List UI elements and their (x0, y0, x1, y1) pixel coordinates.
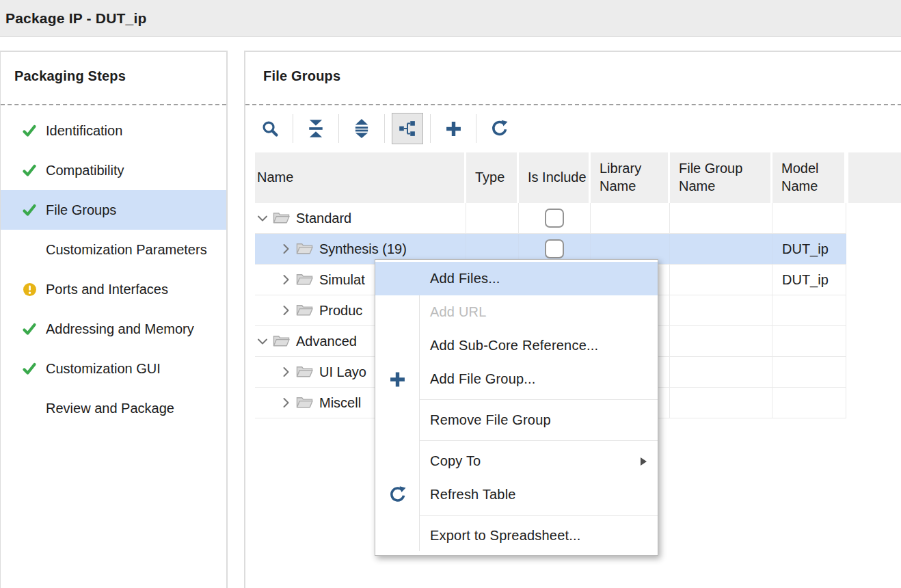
refresh-icon (490, 120, 509, 138)
chevron-right-icon[interactable] (280, 397, 292, 408)
table-row-standard[interactable]: Standard (255, 203, 846, 234)
column-header-file-group-name[interactable]: File Group Name (670, 152, 770, 203)
file-group-name-label: Synthesis (19) (319, 241, 407, 257)
chevron-right-icon[interactable] (280, 305, 292, 316)
menu-item-copy-to[interactable]: Copy To (375, 444, 658, 478)
folder-icon (273, 334, 290, 348)
menu-item-label: Export to Spreadsheet... (430, 528, 580, 544)
sidebar-item-label: Review and Package (46, 401, 174, 416)
model-name-value: DUT_ip (772, 272, 829, 288)
column-header-library-name[interactable]: Library Name (591, 152, 668, 203)
package-ip-window: Package IP - DUT_ip Packaging Steps Iden… (0, 0, 901, 588)
folder-icon (296, 365, 313, 379)
toolbar-button-expand-all[interactable] (346, 113, 377, 144)
file-group-name-cell (670, 388, 772, 418)
chevron-down-icon[interactable] (256, 338, 269, 345)
chevron-right-icon (282, 366, 290, 377)
status-icon-empty (22, 242, 37, 257)
column-header-name[interactable]: Name (255, 152, 464, 203)
file-groups-toolbar (254, 112, 515, 145)
check-icon (22, 361, 37, 376)
refresh-icon (388, 485, 407, 504)
chevron-right-icon[interactable] (280, 274, 292, 285)
collapse-all-icon (307, 119, 325, 138)
chevron-down-icon (257, 338, 268, 345)
sidebar-item-addressing-and-memory[interactable]: Addressing and Memory (1, 309, 226, 349)
sidebar-item-ports-and-interfaces[interactable]: Ports and Interfaces (1, 269, 226, 309)
menu-item-label: Copy To (430, 453, 481, 469)
sidebar-item-label: Identification (46, 123, 122, 139)
file-group-name-label: Advanced (296, 334, 357, 349)
menu-item-add-files[interactable]: Add Files... (375, 262, 658, 295)
check-icon (22, 163, 37, 178)
file-group-name-cell (670, 203, 772, 233)
sidebar-item-customization-gui[interactable]: Customization GUI (1, 349, 226, 388)
file-group-name-cell (670, 265, 772, 295)
check-icon (22, 321, 37, 336)
sidebar-item-review-and-package[interactable]: Review and Package (1, 388, 226, 428)
check-icon (22, 163, 37, 178)
sidebar-item-file-groups[interactable]: File Groups (1, 190, 226, 230)
chevron-down-icon (257, 215, 268, 222)
toolbar-button-add[interactable] (438, 113, 469, 144)
folder-icon (296, 396, 313, 410)
menu-separator (419, 440, 658, 441)
packaging-steps-heading: Packaging Steps (14, 68, 126, 84)
chevron-down-icon[interactable] (256, 215, 269, 222)
toolbar-divider (430, 114, 431, 143)
file-groups-divider (245, 104, 901, 105)
column-header-is-include[interactable]: Is Include (519, 152, 589, 203)
expand-all-icon (353, 119, 371, 138)
file-group-name-label: Miscell (319, 395, 361, 411)
chevron-right-icon[interactable] (280, 366, 292, 377)
menu-item-label: Add Sub-Core Reference... (430, 338, 598, 353)
menu-item-remove-file-group[interactable]: Remove File Group (375, 403, 658, 437)
folder-icon (296, 242, 313, 256)
file-group-name-cell (670, 295, 772, 325)
menu-item-label: Add File Group... (430, 371, 536, 387)
menu-item-export-to-spreadsheet[interactable]: Export to Spreadsheet... (375, 519, 658, 552)
folder-icon (296, 273, 313, 286)
sidebar-item-compatibility[interactable]: Compatibility (1, 150, 226, 190)
model-name-cell: DUT_ip (772, 265, 846, 295)
toolbar-button-search[interactable] (254, 113, 286, 144)
sidebar-item-label: Customization Parameters (46, 242, 207, 258)
menu-separator (419, 515, 658, 516)
chevron-right-icon (282, 274, 290, 285)
file-group-name-label: Simulat (319, 272, 365, 288)
type-cell (466, 203, 519, 233)
file-group-name-cell (670, 234, 772, 264)
plus-icon (444, 120, 463, 138)
toolbar-button-refresh[interactable] (483, 113, 515, 144)
plus-icon (388, 370, 407, 388)
name-cell[interactable]: Standard (255, 203, 466, 233)
menu-item-add-url[interactable]: Add URL (375, 295, 658, 329)
menu-item-add-file-group[interactable]: Add File Group... (375, 362, 658, 396)
sidebar-item-label: Customization GUI (46, 361, 161, 377)
is-include-checkbox[interactable] (545, 209, 564, 228)
sidebar-item-identification[interactable]: Identification (1, 111, 226, 150)
menu-item-refresh-table[interactable]: Refresh Table (375, 478, 658, 511)
is-include-cell (519, 203, 591, 233)
is-include-checkbox[interactable] (545, 239, 564, 258)
column-header-type[interactable]: Type (466, 152, 517, 203)
check-icon (22, 202, 37, 217)
toolbar-button-collapse-all[interactable] (300, 113, 332, 144)
menu-separator (419, 399, 658, 400)
title-bar: Package IP - DUT_ip (0, 0, 901, 37)
toolbar-button-hierarchy-view[interactable] (392, 113, 423, 144)
sidebar-item-customization-parameters[interactable]: Customization Parameters (1, 230, 226, 269)
sidebar-item-label: Compatibility (46, 163, 124, 178)
hierarchy-icon (399, 120, 416, 137)
model-name-cell (772, 203, 846, 233)
menu-item-add-sub-core-reference[interactable]: Add Sub-Core Reference... (375, 329, 658, 362)
column-header-model-name[interactable]: Model Name (772, 152, 844, 203)
chevron-right-icon (282, 243, 290, 254)
folder-icon (296, 396, 313, 410)
folder-icon (296, 242, 313, 256)
toolbar-divider (338, 114, 339, 143)
menu-item-label: Add Files... (430, 271, 500, 286)
sidebar-item-label: File Groups (46, 202, 116, 218)
toolbar-divider (476, 114, 476, 143)
chevron-right-icon[interactable] (280, 243, 292, 254)
